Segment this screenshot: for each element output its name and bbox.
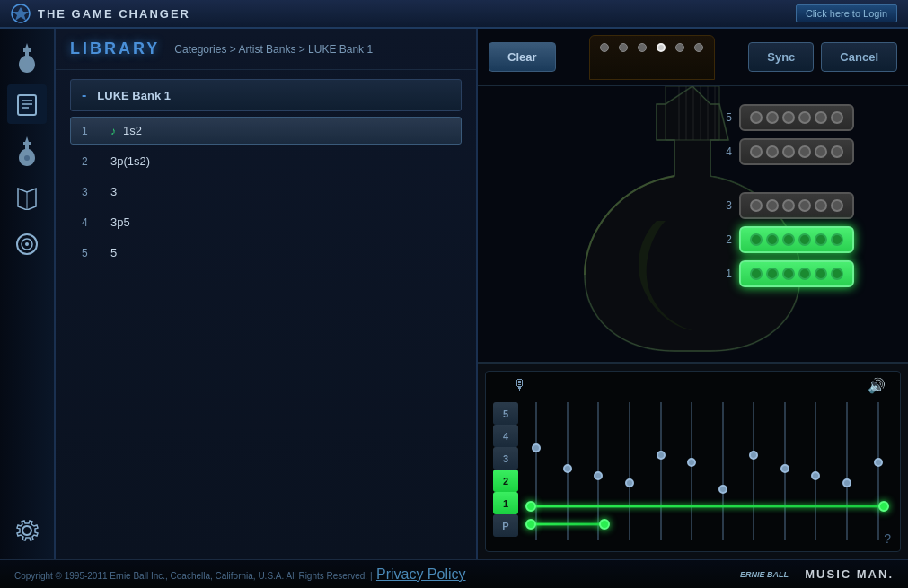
fader-area: [522, 402, 893, 540]
pickups-display: 5 4: [718, 104, 854, 287]
pickup-dot: [766, 199, 779, 212]
fader-col: [771, 402, 800, 540]
music-note-icon: ♪: [110, 125, 116, 137]
string-label-1[interactable]: 1: [493, 492, 518, 514]
logo-area: THE GAME CHANGER: [11, 4, 190, 23]
fader-track: [722, 402, 724, 540]
string1-right-endpoint[interactable]: [599, 519, 610, 530]
sidebar-item-guitar2[interactable]: [7, 131, 47, 171]
pickup-block-3[interactable]: [739, 192, 854, 219]
fader-col: [584, 402, 613, 540]
fader-track: [660, 402, 662, 540]
fader-col: [833, 402, 862, 540]
pickup-label-3: 3: [718, 199, 732, 212]
mixer-inner: 🎙 🔊 5 4 3 2 1 P: [485, 371, 901, 552]
sidebar-item-library[interactable]: [7, 84, 47, 124]
pickup-dot: [815, 111, 827, 124]
sidebar-item-guitar[interactable]: [7, 38, 47, 77]
svg-rect-2: [18, 95, 36, 115]
pickup-dot: [831, 199, 843, 212]
sidebar-item-manual[interactable]: [7, 178, 47, 217]
list-item[interactable]: 5 5: [70, 239, 462, 267]
fader-knob[interactable]: [594, 471, 603, 480]
fader-knob[interactable]: [687, 458, 696, 467]
pickup-block-4[interactable]: [739, 138, 854, 165]
pickup-dot: [782, 145, 795, 158]
volume-low-icon: 🎙: [513, 377, 527, 393]
string-label-5[interactable]: 5: [493, 402, 518, 425]
string1-left-endpoint[interactable]: [525, 519, 536, 530]
help-icon[interactable]: ?: [884, 531, 891, 546]
fader-knob[interactable]: [532, 443, 541, 452]
footer-logo-area: ERNIE BALL MUSIC MAN.: [738, 565, 894, 584]
book-icon: [14, 92, 40, 117]
footer: Copyright © 1995-2011 Ernie Ball Inc., C…: [0, 559, 908, 588]
fader-knob[interactable]: [874, 458, 883, 467]
list-item[interactable]: 4 3p5: [70, 208, 462, 236]
fader-col: [553, 402, 583, 540]
preset-number: 4: [82, 216, 100, 229]
pickup-dot: [782, 111, 795, 124]
list-item[interactable]: 2 3p(1s2): [70, 147, 462, 175]
pickup-block-5[interactable]: [739, 104, 854, 131]
sidebar-item-tune[interactable]: [7, 224, 47, 264]
fader-knob[interactable]: [749, 451, 758, 460]
pickup-label-4: 4: [718, 145, 732, 158]
string-label-2[interactable]: 2: [493, 470, 518, 492]
fader-col: [863, 402, 893, 540]
svg-text:ERNIE BALL: ERNIE BALL: [740, 570, 789, 579]
fader-col: [646, 402, 675, 540]
pickup-block-2[interactable]: [739, 226, 854, 253]
fader-track: [597, 402, 599, 540]
pickup-dot: [815, 199, 827, 212]
clear-button[interactable]: Clear: [489, 42, 556, 72]
pickup-slot-1: 1: [718, 260, 854, 287]
string-label-4[interactable]: 4: [493, 425, 518, 447]
fader-knob[interactable]: [563, 464, 572, 473]
preset-name: 3p(1s2): [110, 154, 150, 168]
fader-col: [739, 402, 769, 540]
cancel-button[interactable]: Cancel: [821, 42, 897, 72]
login-button[interactable]: Click here to Login: [796, 4, 897, 22]
pickup-dot: [798, 233, 811, 246]
svg-point-10: [25, 242, 29, 246]
preset-name: 5: [110, 246, 117, 259]
preset-number: 2: [82, 155, 100, 168]
library-header: LIBRARY Categories > Artist Banks > LUKE…: [56, 29, 476, 70]
pickup-block-1[interactable]: [739, 260, 854, 287]
pickup-slot-4: 4: [718, 138, 854, 165]
category-row[interactable]: - LUKE Bank 1: [70, 79, 462, 111]
string2-left-endpoint[interactable]: [525, 501, 536, 512]
sync-button[interactable]: Sync: [748, 42, 814, 72]
fader-knob[interactable]: [625, 478, 634, 487]
string-label-p[interactable]: P: [493, 514, 518, 537]
library-content: - LUKE Bank 1 1 ♪ 1s2 2 3p(1s2) 3 3 4 3p…: [56, 70, 476, 559]
string-label-3[interactable]: 3: [493, 447, 518, 470]
fader-track: [753, 402, 754, 540]
list-item[interactable]: 3 3: [70, 178, 462, 206]
pickup-label-1: 1: [718, 268, 732, 280]
guitar-display: 5 4: [478, 86, 908, 362]
pickup-dot: [815, 145, 827, 158]
string2-right-endpoint[interactable]: [878, 501, 889, 512]
preset-name: 3: [110, 185, 117, 198]
sidebar-item-settings[interactable]: [7, 511, 47, 550]
svg-marker-1: [13, 7, 29, 21]
fader-knob[interactable]: [811, 471, 820, 480]
pickup-dot: [750, 199, 763, 212]
pickup-dot: [782, 233, 795, 246]
fader-knob[interactable]: [657, 451, 666, 460]
guitar-icon: [14, 41, 40, 74]
fader-track: [784, 402, 786, 540]
list-item[interactable]: 1 ♪ 1s2: [70, 117, 462, 145]
preset-name: 1s2: [123, 124, 142, 137]
fader-knob[interactable]: [718, 485, 727, 494]
fader-knob[interactable]: [842, 478, 851, 487]
pickup-dot: [782, 268, 795, 280]
fader-knob[interactable]: [780, 464, 789, 473]
privacy-policy-link[interactable]: Privacy Policy: [376, 566, 466, 582]
pickup-dot: [782, 199, 795, 212]
preset-number: 3: [82, 186, 100, 198]
collapse-button[interactable]: -: [82, 87, 86, 103]
pickup-dot: [831, 145, 843, 158]
